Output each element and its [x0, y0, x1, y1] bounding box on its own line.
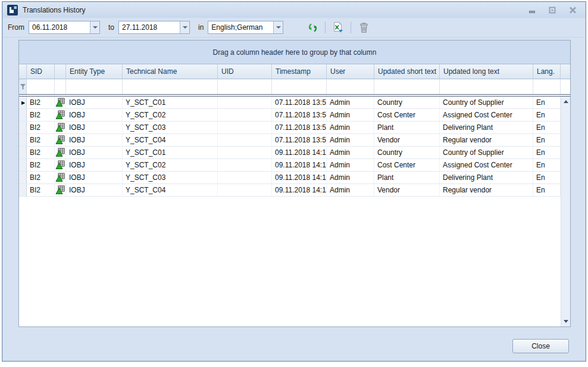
table-row[interactable]: BI2 IOBJY_SCT_C0407.11.2018 13:51AdminVe… — [19, 134, 570, 147]
to-date-editor[interactable]: 27.11.2018 — [118, 21, 190, 34]
language-combo[interactable]: English;German — [208, 21, 283, 34]
cell-lang[interactable]: En — [533, 159, 561, 172]
filter-cell-icon[interactable] — [55, 79, 66, 94]
cell-entity_type[interactable]: IOBJ — [66, 184, 123, 197]
table-row[interactable]: BI2 IOBJY_SCT_C0409.11.2018 14:14AdminVe… — [19, 184, 570, 197]
cell-lang[interactable]: En — [533, 97, 561, 109]
cell-updated_long[interactable]: Country of Supplier — [440, 147, 533, 159]
cell-technical_name[interactable]: Y_SCT_C01 — [123, 147, 218, 159]
cell-updated_short[interactable]: Plant — [374, 172, 440, 184]
column-header-lang-[interactable]: Lang. — [533, 64, 561, 79]
cell-updated_short[interactable]: Country — [374, 147, 440, 159]
close-icon[interactable] — [567, 5, 578, 15]
cell-uid[interactable] — [218, 134, 272, 147]
cell-timestamp[interactable]: 07.11.2018 13:51 — [272, 122, 327, 134]
cell-technical_name[interactable]: Y_SCT_C04 — [123, 134, 218, 147]
table-row[interactable]: BI2 IOBJY_SCT_C0209.11.2018 14:14AdminCo… — [19, 159, 570, 172]
cell-icon[interactable] — [55, 172, 66, 184]
cell-uid[interactable] — [218, 147, 272, 159]
cell-updated_long[interactable]: Regular vendor — [440, 134, 533, 147]
cell-user[interactable]: Admin — [327, 109, 374, 122]
cell-user[interactable]: Admin — [327, 147, 374, 159]
cell-icon[interactable] — [55, 97, 66, 109]
cell-sid[interactable]: BI2 — [27, 172, 55, 184]
language-dropdown[interactable] — [273, 21, 283, 33]
cell-icon[interactable] — [55, 184, 66, 197]
cell-updated_short[interactable]: Vendor — [374, 134, 440, 147]
cell-uid[interactable] — [218, 122, 272, 134]
cell-user[interactable]: Admin — [327, 184, 374, 197]
refresh-button[interactable] — [305, 20, 320, 35]
cell-updated_long[interactable]: Assigned Cost Center — [440, 109, 533, 122]
column-header-user[interactable]: User — [327, 64, 374, 79]
cell-uid[interactable] — [218, 97, 272, 109]
cell-user[interactable]: Admin — [327, 122, 374, 134]
cell-uid[interactable] — [218, 172, 272, 184]
cell-updated_short[interactable]: Country — [374, 97, 440, 109]
cell-updated_short[interactable]: Cost Center — [374, 109, 440, 122]
cell-sid[interactable]: BI2 — [27, 147, 55, 159]
cell-technical_name[interactable]: Y_SCT_C02 — [123, 159, 218, 172]
cell-updated_long[interactable]: Country of Supplier — [440, 97, 533, 109]
cell-sid[interactable]: BI2 — [27, 109, 55, 122]
table-row[interactable]: ▶BI2 IOBJY_SCT_C0107.11.2018 13:51AdminC… — [19, 97, 570, 109]
cell-technical_name[interactable]: Y_SCT_C01 — [123, 97, 218, 109]
cell-timestamp[interactable]: 09.11.2018 14:14 — [272, 147, 327, 159]
cell-timestamp[interactable]: 09.11.2018 14:14 — [272, 172, 327, 184]
cell-updated_long[interactable]: Assigned Cost Center — [440, 159, 533, 172]
close-button[interactable]: Close — [512, 339, 569, 353]
cell-entity_type[interactable]: IOBJ — [66, 159, 123, 172]
filter-cell-updated_long[interactable] — [440, 79, 533, 94]
column-header-sid[interactable]: SID — [27, 64, 55, 79]
scroll-down-icon[interactable] — [561, 316, 571, 326]
filter-cell-lang[interactable] — [533, 79, 561, 94]
cell-sid[interactable]: BI2 — [27, 134, 55, 147]
table-row[interactable]: BI2 IOBJY_SCT_C0309.11.2018 14:14AdminPl… — [19, 172, 570, 184]
cell-sid[interactable]: BI2 — [27, 97, 55, 109]
filter-cell-user[interactable] — [327, 79, 374, 94]
filter-cell-uid[interactable] — [218, 79, 272, 94]
cell-user[interactable]: Admin — [327, 134, 374, 147]
from-date-value[interactable]: 06.11.2018 — [29, 21, 90, 33]
cell-sid[interactable]: BI2 — [27, 122, 55, 134]
cell-updated_short[interactable]: Plant — [374, 122, 440, 134]
cell-icon[interactable] — [55, 134, 66, 147]
cell-timestamp[interactable]: 07.11.2018 13:51 — [272, 109, 327, 122]
cell-technical_name[interactable]: Y_SCT_C04 — [123, 184, 218, 197]
cell-technical_name[interactable]: Y_SCT_C03 — [123, 172, 218, 184]
cell-icon[interactable] — [55, 122, 66, 134]
column-header-entity-icon[interactable] — [55, 64, 66, 79]
cell-entity_type[interactable]: IOBJ — [66, 122, 123, 134]
cell-uid[interactable] — [218, 184, 272, 197]
cell-user[interactable]: Admin — [327, 159, 374, 172]
language-value[interactable]: English;German — [208, 21, 273, 33]
export-excel-button[interactable] — [330, 20, 346, 35]
cell-icon[interactable] — [55, 159, 66, 172]
cell-updated_long[interactable]: Regular vendor — [440, 184, 533, 197]
from-date-editor[interactable]: 06.11.2018 — [29, 21, 100, 34]
scroll-up-icon[interactable] — [561, 97, 571, 107]
cell-entity_type[interactable]: IOBJ — [66, 147, 123, 159]
filter-cell-timestamp[interactable] — [272, 79, 327, 94]
column-header-uid[interactable]: UID — [218, 64, 272, 79]
to-date-dropdown[interactable] — [180, 21, 189, 33]
group-by-panel[interactable]: Drag a column header here to group by th… — [19, 41, 570, 64]
column-header-technical-name[interactable]: Technical Name — [123, 64, 218, 79]
filter-cell-sid[interactable] — [27, 79, 55, 94]
cell-sid[interactable]: BI2 — [27, 184, 55, 197]
cell-entity_type[interactable]: IOBJ — [66, 134, 123, 147]
maximize-icon[interactable] — [547, 5, 558, 15]
cell-lang[interactable]: En — [533, 109, 561, 122]
to-date-value[interactable]: 27.11.2018 — [119, 21, 180, 33]
table-row[interactable]: BI2 IOBJY_SCT_C0109.11.2018 14:14AdminCo… — [19, 147, 570, 159]
column-header-updated-short-text[interactable]: Updated short text — [374, 64, 440, 79]
vertical-scrollbar[interactable] — [561, 97, 570, 326]
from-date-dropdown[interactable] — [90, 21, 99, 33]
cell-uid[interactable] — [218, 159, 272, 172]
cell-lang[interactable]: En — [533, 122, 561, 134]
cell-updated_long[interactable]: Delivering Plant — [440, 122, 533, 134]
delete-button[interactable] — [356, 20, 371, 35]
filter-cell-updated_short[interactable] — [374, 79, 440, 94]
cell-updated_short[interactable]: Cost Center — [374, 159, 440, 172]
cell-sid[interactable]: BI2 — [27, 159, 55, 172]
